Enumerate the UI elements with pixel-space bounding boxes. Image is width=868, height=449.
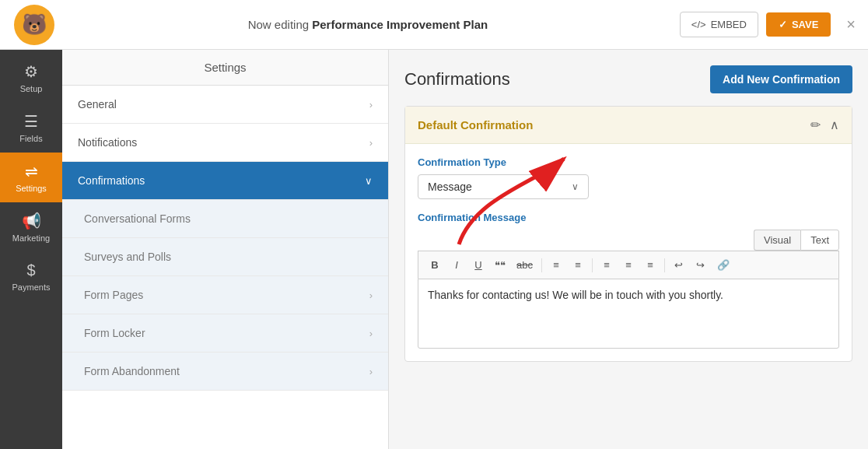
close-button[interactable]: × [846,16,856,33]
confirmation-card-actions: ✏ ∧ [810,118,839,132]
right-panel: Confirmations Add New Confirmation Defau… [389,50,868,449]
main-layout: ⚙ Setup ☰ Fields ⇌ Settings 📢 Marketing … [0,50,868,449]
embed-code-icon: </> [691,19,706,30]
gear-icon: ⚙ [24,62,38,81]
menu-item-form-pages[interactable]: Form Pages › [62,276,388,314]
page-title: Now editing Performance Improvement Plan [56,18,680,31]
fields-icon: ☰ [24,112,38,131]
confirmation-type-value: Message [428,181,472,193]
strikethrough-button[interactable]: abc [512,256,537,274]
confirmation-type-select[interactable]: Message ∨ [418,174,589,199]
menu-item-surveys-polls[interactable]: Surveys and Polls [62,238,388,276]
toolbar-divider-1 [541,258,542,272]
align-center-button[interactable]: ≡ [618,256,639,274]
underline-button[interactable]: U [468,256,488,274]
collapse-confirmation-button[interactable]: ∧ [830,118,839,132]
chevron-right-icon: › [369,328,373,339]
align-left-button[interactable]: ≡ [597,256,617,274]
save-button[interactable]: ✓ SAVE [766,12,831,37]
confirmation-message-label: Confirmation Message [418,212,839,223]
menu-item-conversational-forms[interactable]: Conversational Forms [62,200,388,238]
embed-button[interactable]: </> </> EMBED EMBED [680,12,758,37]
sidebar-item-marketing[interactable]: 📢 Marketing [0,202,62,252]
confirmations-title: Confirmations [404,69,510,89]
sidebar-item-payments[interactable]: $ Payments [0,252,62,301]
checkmark-icon: ✓ [779,19,787,30]
sidebar-item-settings[interactable]: ⇌ Settings [0,153,62,202]
settings-icon: ⇌ [25,162,38,181]
editor-toolbar: B I U ❝❝ abc ≡ ≡ ≡ ≡ ≡ ↩ ↪ [418,251,839,279]
redo-button[interactable]: ↪ [691,256,711,274]
bold-button[interactable]: B [425,256,445,274]
edit-confirmation-button[interactable]: ✏ [810,118,821,132]
chevron-right-icon: › [369,366,373,377]
italic-button[interactable]: I [446,256,467,274]
select-chevron-icon: ∨ [572,181,579,192]
sidebar-item-setup[interactable]: ⚙ Setup [0,53,62,103]
confirmation-card-header: Default Confirmation ✏ ∧ [405,107,852,144]
chevron-right-icon: › [369,99,373,110]
editor-tabs: Visual Text [418,230,839,251]
menu-item-confirmations[interactable]: Confirmations ∨ [62,162,388,200]
chevron-right-icon: › [369,137,373,149]
menu-item-general[interactable]: General › [62,86,388,124]
logo-icon: 🐻 [14,5,54,45]
confirmation-card-default: Default Confirmation ✏ ∧ Confirmation Ty… [404,106,852,362]
editor-content[interactable]: Thanks for contacting us! We will be in … [418,279,839,349]
menu-item-form-abandonment[interactable]: Form Abandonment › [62,353,388,391]
chevron-right-icon: › [369,289,373,301]
menu-item-form-locker[interactable]: Form Locker › [62,314,388,353]
chevron-down-icon: ∨ [365,175,373,187]
marketing-icon: 📢 [22,212,41,230]
left-panel: Settings General › Notifications › Confi… [62,50,389,449]
toolbar-divider-2 [592,258,593,272]
confirmation-card-body: Confirmation Type Message ∨ Confirmation… [405,144,852,361]
add-new-confirmation-button[interactable]: Add New Confirmation [710,65,852,93]
top-bar: 🐻 Now editing Performance Improvement Pl… [0,0,868,50]
settings-header: Settings [62,50,388,86]
confirmation-type-label: Confirmation Type [418,156,839,168]
sidebar-item-fields[interactable]: ☰ Fields [0,103,62,153]
confirmation-card-title: Default Confirmation [418,118,533,132]
top-bar-actions: </> </> EMBED EMBED ✓ SAVE × [680,12,856,37]
link-button[interactable]: 🔗 [712,256,734,274]
toolbar-divider-3 [664,258,665,272]
tab-text[interactable]: Text [800,230,839,251]
undo-button[interactable]: ↩ [669,256,689,274]
confirmation-type-section: Confirmation Type Message ∨ [418,156,839,199]
sidebar: ⚙ Setup ☰ Fields ⇌ Settings 📢 Marketing … [0,50,62,449]
confirmations-section-header: Confirmations Add New Confirmation [404,65,852,93]
menu-item-notifications[interactable]: Notifications › [62,124,388,162]
tab-visual[interactable]: Visual [754,230,800,251]
align-right-button[interactable]: ≡ [640,256,660,274]
ordered-list-button[interactable]: ≡ [568,256,588,274]
blockquote-button[interactable]: ❝❝ [490,256,510,274]
unordered-list-button[interactable]: ≡ [546,256,566,274]
logo: 🐻 [12,3,56,47]
payments-icon: $ [26,261,35,279]
confirmation-message-section: Confirmation Message Visual Text B I U ❝… [418,212,839,349]
